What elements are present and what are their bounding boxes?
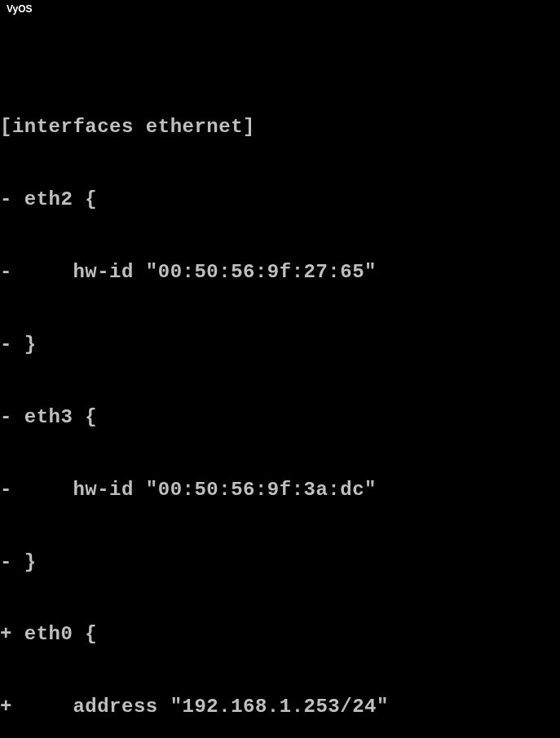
config-line: - hw-id "00:50:56:9f:27:65" (0, 260, 560, 285)
config-line: - eth2 { (0, 188, 560, 212)
config-line: - eth3 { (0, 405, 560, 430)
config-line: - hw-id "00:50:56:9f:3a:dc" (0, 478, 560, 502)
config-line: + address "192.168.1.253/24" (0, 695, 560, 719)
terminal-output[interactable]: [interfaces ethernet] - eth2 { - hw-id "… (0, 67, 560, 738)
config-line: - } (0, 333, 560, 357)
config-line: [interfaces ethernet] (0, 115, 560, 139)
config-line: - } (0, 550, 560, 575)
window-title: VyOS (7, 3, 33, 15)
config-line: + eth0 { (0, 622, 560, 647)
